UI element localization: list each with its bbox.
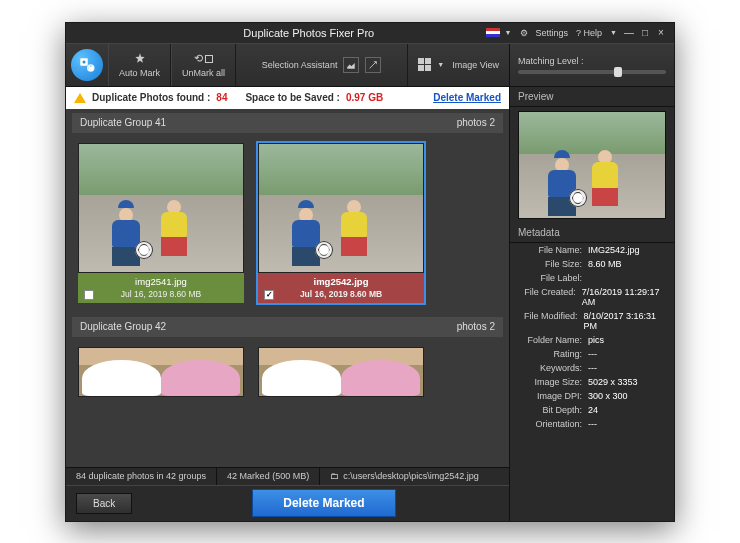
photo-card[interactable]: img2542.jpg ✓Jul 16, 2019 8.60 MB xyxy=(256,141,426,305)
photo-card[interactable] xyxy=(76,345,246,399)
minimize-button[interactable]: — xyxy=(622,27,636,39)
image-view-group: ▼ Image View xyxy=(407,44,509,86)
group-header: Duplicate Group 41 photos 2 xyxy=(72,113,503,133)
maximize-button[interactable]: □ xyxy=(638,27,652,39)
selection-tool-1[interactable] xyxy=(343,57,359,73)
metadata-row: Folder Name:pics xyxy=(510,333,674,347)
metadata-row: File Created:7/16/2019 11:29:17 AM xyxy=(510,285,674,309)
status-summary: 84 duplicate photos in 42 groups xyxy=(66,468,217,485)
metadata-table: File Name:IMG2542.jpgFile Size:8.60 MBFi… xyxy=(510,243,674,521)
app-window: Duplicate Photos Fixer Pro ▼ ⚙ Settings … xyxy=(65,22,675,522)
delete-marked-link[interactable]: Delete Marked xyxy=(433,92,501,103)
results-panel: Duplicate Photos found : 84 Space to be … xyxy=(66,87,509,521)
selection-assistant: Selection Assistant xyxy=(236,44,407,86)
metadata-label: Metadata xyxy=(510,223,674,243)
metadata-row: Bit Depth:24 xyxy=(510,403,674,417)
metadata-row: Image Size:5029 x 3353 xyxy=(510,375,674,389)
back-button[interactable]: Back xyxy=(76,493,132,514)
metadata-row: File Name:IMG2542.jpg xyxy=(510,243,674,257)
photo-thumbnail[interactable] xyxy=(78,143,244,273)
photo-card[interactable]: img2541.jpg Jul 16, 2019 8.60 MB xyxy=(76,141,246,305)
matching-level-slider[interactable] xyxy=(518,70,666,74)
toolbar: Auto Mark ⟲ UnMark all Selection Assista… xyxy=(66,43,674,87)
delete-marked-button[interactable]: Delete Marked xyxy=(252,489,395,517)
window-title: Duplicate Photos Fixer Pro xyxy=(243,27,374,39)
preview-image xyxy=(518,111,666,219)
status-path: 🗀c:\users\desktop\pics\img2542.jpg xyxy=(320,468,489,485)
side-panel: Preview Metadata File Name:IMG2542.jpgFi… xyxy=(509,87,674,521)
mark-checkbox[interactable]: ✓ xyxy=(264,290,274,300)
folder-icon: 🗀 xyxy=(330,471,339,481)
app-logo xyxy=(66,44,108,86)
metadata-row: Orientation:--- xyxy=(510,417,674,431)
groups-list[interactable]: Duplicate Group 41 photos 2 img2541.jpg xyxy=(66,109,509,467)
group-header: Duplicate Group 42 photos 2 xyxy=(72,317,503,337)
photo-thumbnail[interactable] xyxy=(258,143,424,273)
settings-label[interactable]: Settings xyxy=(533,28,572,38)
unmarkall-button[interactable]: ⟲ UnMark all xyxy=(171,44,236,86)
status-marked: 42 Marked (500 MB) xyxy=(217,468,320,485)
metadata-row: File Modified:8/10/2017 3:16:31 PM xyxy=(510,309,674,333)
metadata-row: Image DPI:300 x 300 xyxy=(510,389,674,403)
photo-card[interactable] xyxy=(256,345,426,399)
preview-label: Preview xyxy=(510,87,674,107)
grid-view-icon[interactable] xyxy=(418,58,431,71)
title-bar: Duplicate Photos Fixer Pro ▼ ⚙ Settings … xyxy=(66,23,674,43)
metadata-row: File Size:8.60 MB xyxy=(510,257,674,271)
warning-icon xyxy=(74,93,86,103)
selection-tool-2[interactable] xyxy=(365,57,381,73)
language-flag-icon[interactable] xyxy=(486,28,500,37)
status-bar: 84 duplicate photos in 42 groups 42 Mark… xyxy=(66,467,509,485)
matching-level-pane: Matching Level : xyxy=(509,44,674,86)
metadata-row: File Label: xyxy=(510,271,674,285)
info-bar: Duplicate Photos found : 84 Space to be … xyxy=(66,87,509,109)
bottom-bar: Back Delete Marked xyxy=(66,485,509,521)
help-link[interactable]: ? Help xyxy=(573,28,605,38)
close-button[interactable]: × xyxy=(654,27,668,39)
settings-link[interactable]: ⚙ xyxy=(517,28,531,38)
automark-button[interactable]: Auto Mark xyxy=(108,44,171,86)
metadata-row: Rating:--- xyxy=(510,347,674,361)
svg-point-1 xyxy=(83,60,86,63)
mark-checkbox[interactable] xyxy=(84,290,94,300)
metadata-row: Keywords:--- xyxy=(510,361,674,375)
